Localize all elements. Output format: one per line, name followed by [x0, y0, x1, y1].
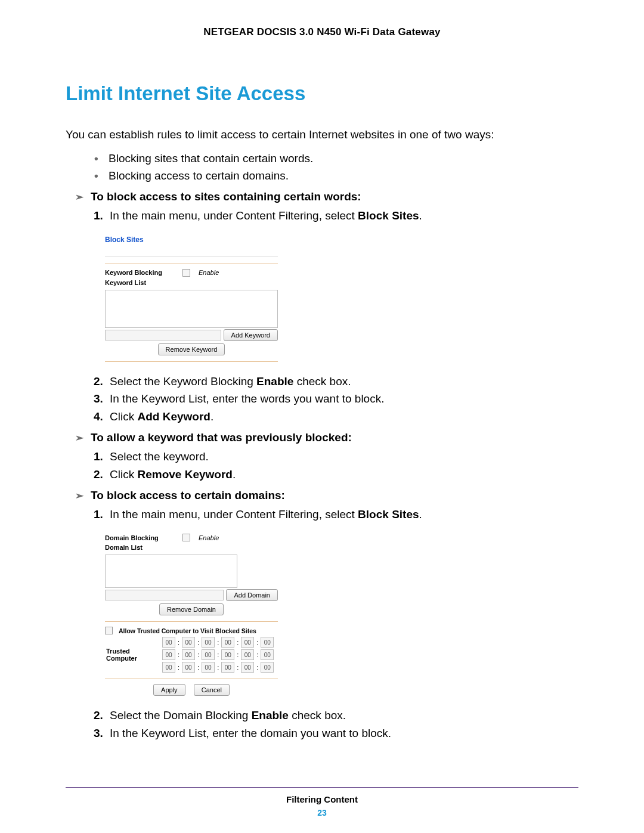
apply-button[interactable]: Apply: [153, 684, 185, 696]
add-domain-button[interactable]: Add Domain: [226, 589, 278, 601]
step: In the Keyword List, enter the words you…: [106, 390, 578, 407]
domain-input[interactable]: [105, 590, 224, 600]
arrow-icon: ➢: [75, 490, 83, 501]
step: Click Remove Keyword.: [106, 466, 578, 483]
domain-blocking-label: Domain Blocking: [105, 534, 177, 541]
trusted-computer-grid: : : : : : Trusted Computer : : : : : : :: [105, 637, 275, 673]
panel-title: Block Sites: [105, 236, 278, 244]
procedure-title: To block access to sites containing cert…: [91, 190, 361, 203]
step: Click Add Keyword.: [106, 408, 578, 425]
mac-octet[interactable]: [202, 649, 215, 660]
mac-octet[interactable]: [202, 662, 215, 673]
mac-octet[interactable]: [241, 637, 254, 648]
procedure-title: To block access to certain domains:: [91, 489, 285, 501]
allow-trusted-label: Allow Trusted Computer to Visit Blocked …: [119, 627, 256, 634]
mac-octet[interactable]: [261, 649, 274, 660]
procedure-heading: ➢To block access to sites containing cer…: [75, 190, 578, 203]
mac-octet[interactable]: [261, 662, 274, 673]
domain-list-label: Domain List: [105, 544, 278, 551]
mac-row: : : : : :: [105, 637, 275, 648]
procedure-steps-cont: Select the Keyword Blocking Enable check…: [94, 373, 578, 425]
mac-row: Trusted Computer : : : : :: [105, 648, 275, 662]
mac-octet[interactable]: [182, 637, 195, 648]
mac-octet[interactable]: [241, 649, 254, 660]
page-heading: Limit Internet Site Access: [66, 82, 578, 105]
allow-trusted-checkbox[interactable]: [105, 627, 113, 634]
add-keyword-button[interactable]: Add Keyword: [224, 329, 278, 341]
method-item: Blocking sites that contain certain word…: [94, 150, 578, 167]
keyword-blocking-label: Keyword Blocking: [105, 269, 177, 276]
procedure-steps: Select the keyword. Click Remove Keyword…: [94, 448, 578, 483]
procedure-steps: In the main menu, under Content Filterin…: [94, 207, 578, 224]
mac-octet[interactable]: [162, 649, 175, 660]
mac-octet[interactable]: [261, 637, 274, 648]
block-sites-panel: Block Sites Keyword Blocking Enable Keyw…: [105, 236, 278, 362]
enable-label: Enable: [199, 269, 219, 276]
footer-page-number: 23: [0, 808, 644, 817]
step: In the main menu, under Content Filterin…: [106, 207, 578, 224]
keyword-list-label: Keyword List: [105, 279, 278, 286]
mac-octet[interactable]: [202, 637, 215, 648]
enable-label: Enable: [199, 534, 219, 541]
arrow-icon: ➢: [75, 432, 83, 444]
procedure-title: To allow a keyword that was previously b…: [91, 431, 352, 444]
step: Select the Keyword Blocking Enable check…: [106, 373, 578, 390]
mac-octet[interactable]: [221, 649, 234, 660]
keyword-input[interactable]: [105, 330, 221, 340]
procedure-heading: ➢To allow a keyword that was previously …: [75, 431, 578, 444]
procedure-heading: ➢To block access to certain domains:: [75, 489, 578, 502]
mac-octet[interactable]: [162, 637, 175, 648]
step: In the Keyword List, enter the domain yo…: [106, 724, 578, 742]
procedure-steps: In the main menu, under Content Filterin…: [94, 506, 578, 523]
keyword-blocking-checkbox[interactable]: [182, 269, 190, 277]
mac-octet[interactable]: [241, 662, 254, 673]
footer-chapter: Filtering Content: [0, 794, 644, 804]
mac-octet[interactable]: [221, 637, 234, 648]
method-item: Blocking access to certain domains.: [94, 167, 578, 184]
arrow-icon: ➢: [75, 191, 83, 203]
domain-list-box[interactable]: [105, 555, 237, 588]
doc-header-title: NETGEAR DOCSIS 3.0 N450 Wi-Fi Data Gatew…: [66, 26, 578, 38]
method-list: Blocking sites that contain certain word…: [94, 150, 578, 185]
procedure-steps-cont: Select the Domain Blocking Enable check …: [94, 707, 578, 742]
mac-octet[interactable]: [182, 649, 195, 660]
step: Select the keyword.: [106, 448, 578, 465]
remove-domain-button[interactable]: Remove Domain: [159, 603, 224, 615]
mac-octet[interactable]: [162, 662, 175, 673]
footer-rule: [66, 787, 578, 788]
step: Select the Domain Blocking Enable check …: [106, 707, 578, 724]
mac-octet[interactable]: [182, 662, 195, 673]
cancel-button[interactable]: Cancel: [194, 684, 230, 696]
mac-octet[interactable]: [221, 662, 234, 673]
domain-blocking-panel: Domain Blocking Enable Domain List Add D…: [105, 534, 278, 696]
intro-text: You can establish rules to limit access …: [66, 126, 578, 144]
mac-row: : : : : :: [105, 662, 275, 673]
step: In the main menu, under Content Filterin…: [106, 506, 578, 523]
remove-keyword-button[interactable]: Remove Keyword: [158, 343, 225, 355]
keyword-list-box[interactable]: [105, 290, 278, 328]
domain-blocking-checkbox[interactable]: [182, 534, 190, 541]
trusted-computer-label: Trusted Computer: [105, 648, 161, 662]
